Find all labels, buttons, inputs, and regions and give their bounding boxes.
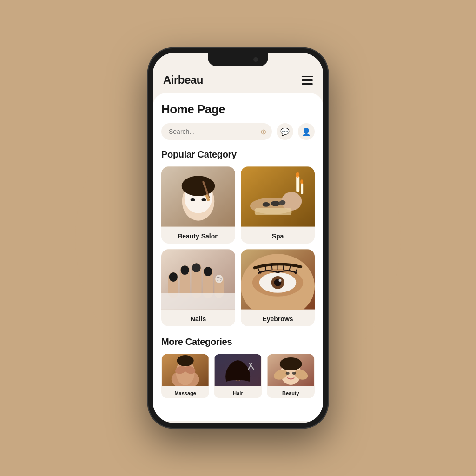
svg-line-42: [283, 265, 284, 270]
search-row: ⊕ 💬 👤: [161, 123, 315, 140]
category-card-eyebrows[interactable]: Eyebrows: [241, 249, 315, 326]
svg-point-15: [271, 201, 280, 206]
svg-rect-13: [301, 183, 303, 194]
svg-rect-8: [241, 166, 315, 226]
eyebrows-image: [241, 249, 315, 310]
svg-point-37: [278, 279, 281, 282]
phone-screen: Airbeau Home Page ⊕: [153, 53, 323, 423]
svg-point-61: [279, 357, 302, 370]
hamburger-line-1: [302, 76, 313, 77]
eyebrows-label: Eyebrows: [241, 311, 315, 326]
search-icon: ⊕: [260, 127, 266, 136]
hamburger-line-2: [302, 79, 313, 81]
svg-point-59: [285, 372, 289, 375]
svg-rect-25: [169, 272, 178, 282]
massage-image: [161, 354, 209, 386]
svg-point-17: [279, 200, 285, 205]
nails-image: [161, 249, 235, 310]
svg-point-14: [300, 179, 303, 184]
beauty-label: Beauty: [267, 388, 315, 398]
popular-category-grid: Beauty Salon: [161, 166, 315, 326]
hamburger-line-3: [302, 83, 313, 85]
nails-label: Nails: [161, 311, 235, 326]
more-categories-row: Massage: [161, 354, 315, 398]
page-title: Home Page: [161, 102, 315, 117]
svg-rect-30: [161, 293, 235, 310]
search-container: ⊕: [161, 123, 272, 140]
svg-line-40: [272, 265, 272, 270]
category-card-spa[interactable]: Spa: [241, 166, 315, 244]
chat-button[interactable]: 💬: [277, 123, 293, 140]
more-card-hair[interactable]: Hair: [214, 354, 262, 398]
svg-point-60: [292, 372, 296, 375]
beauty-salon-image: [161, 166, 235, 227]
phone-frame: Airbeau Home Page ⊕: [147, 47, 329, 429]
svg-rect-18: [255, 208, 292, 215]
hamburger-menu[interactable]: [302, 76, 313, 85]
hair-label: Hair: [214, 388, 262, 398]
more-card-massage[interactable]: Massage: [161, 354, 209, 398]
main-content: Home Page ⊕ 💬 👤: [153, 93, 323, 421]
user-icon: 👤: [302, 127, 311, 136]
svg-point-3: [182, 176, 215, 196]
beauty-salon-label: Beauty Salon: [161, 229, 235, 244]
svg-rect-11: [296, 176, 299, 192]
popular-category-heading: Popular Category: [161, 149, 315, 160]
spa-label: Spa: [241, 229, 315, 244]
category-card-beauty-salon[interactable]: Beauty Salon: [161, 166, 235, 244]
phone-wrapper: Airbeau Home Page ⊕: [147, 47, 329, 429]
svg-point-4: [191, 198, 195, 201]
app-title: Airbeau: [163, 73, 203, 86]
svg-rect-27: [192, 263, 201, 272]
svg-point-12: [296, 172, 299, 178]
phone-notch: [208, 53, 268, 66]
more-categories-heading: More Categories: [161, 337, 315, 347]
svg-point-5: [201, 198, 206, 201]
beauty-image: [267, 354, 315, 386]
svg-point-16: [263, 202, 270, 207]
svg-rect-28: [204, 267, 212, 276]
svg-point-50: [177, 355, 194, 366]
more-card-beauty[interactable]: Beauty: [267, 354, 315, 398]
screen-content[interactable]: Airbeau Home Page ⊕: [153, 53, 323, 423]
profile-button[interactable]: 👤: [298, 123, 315, 140]
category-card-nails[interactable]: Nails: [161, 249, 235, 326]
hair-image: [214, 354, 262, 386]
notch-camera: [253, 57, 258, 62]
spa-image: [241, 166, 315, 227]
svg-rect-26: [181, 265, 189, 275]
massage-label: Massage: [161, 388, 209, 398]
search-input[interactable]: [161, 123, 272, 140]
chat-icon: 💬: [280, 127, 290, 136]
